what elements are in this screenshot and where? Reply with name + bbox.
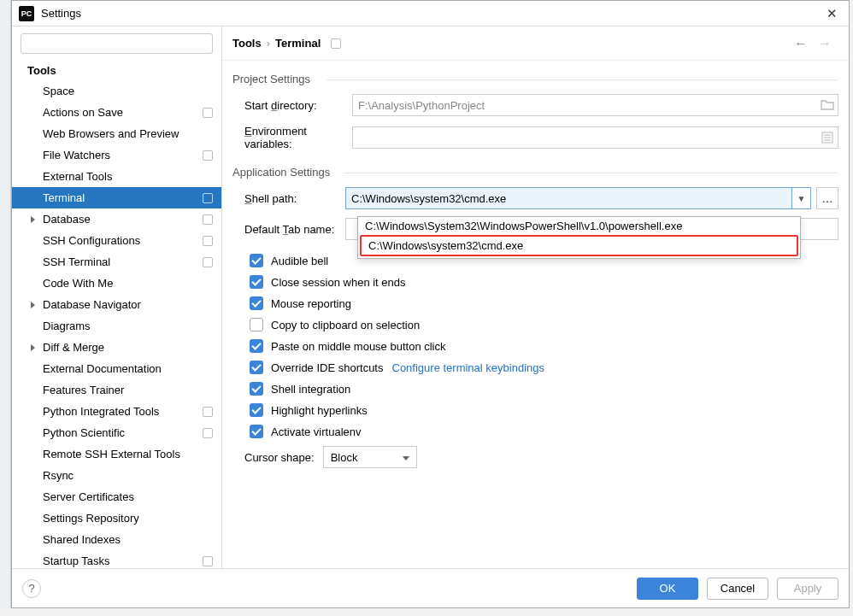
sidebar-item-diff-merge[interactable]: Diff & Merge xyxy=(12,337,221,358)
label-env-variables: Environment variables: xyxy=(232,125,352,150)
sidebar-item-python-scientific[interactable]: Python Scientific xyxy=(12,422,221,443)
content-header: Tools › Terminal ← → xyxy=(222,26,849,61)
checkbox[interactable] xyxy=(250,254,263,267)
checkbox-label[interactable]: Highlight hyperlinks xyxy=(271,404,368,417)
sidebar-item-label: Python Scientific xyxy=(43,426,125,439)
ok-button[interactable]: OK xyxy=(637,578,698,600)
nav-arrows: ← → xyxy=(794,36,832,51)
sidebar-item-label: Settings Repository xyxy=(43,512,139,525)
sidebar-item-ssh-terminal[interactable]: SSH Terminal xyxy=(12,251,221,273)
option-row: Paste on middle mouse button click xyxy=(232,339,838,353)
dialog-footer: ? OK Cancel Apply xyxy=(12,568,849,607)
checkbox[interactable] xyxy=(250,339,263,353)
shell-path-input[interactable] xyxy=(345,187,792,209)
sidebar-item-remote-ssh-external-tools[interactable]: Remote SSH External Tools xyxy=(12,443,221,465)
app-icon: PC xyxy=(19,6,34,21)
forward-button[interactable]: → xyxy=(818,36,832,51)
sidebar-item-code-with-me[interactable]: Code With Me xyxy=(12,273,221,294)
checkbox[interactable] xyxy=(250,382,263,396)
back-button[interactable]: ← xyxy=(794,36,808,51)
project-scope-flag-icon xyxy=(203,150,213,161)
checkbox-label[interactable]: Activate virtualenv xyxy=(271,425,362,438)
close-icon[interactable]: ✕ xyxy=(821,3,842,24)
sidebar-item-label: Python Integrated Tools xyxy=(43,405,159,418)
sidebar-item-label: Shared Indexes xyxy=(43,533,121,546)
label-start-directory: Start directory: xyxy=(232,99,352,112)
sidebar-item-file-watchers[interactable]: File Watchers xyxy=(12,144,221,166)
tree-heading-tools[interactable]: Tools xyxy=(12,59,221,80)
help-button[interactable]: ? xyxy=(22,579,41,598)
sidebar-item-label: Diff & Merge xyxy=(43,341,104,354)
sidebar-item-shared-indexes[interactable]: Shared Indexes xyxy=(12,529,221,550)
checkbox-label[interactable]: Copy to clipboard on selection xyxy=(271,319,420,331)
checkbox[interactable] xyxy=(250,318,263,331)
sidebar-item-web-browsers-and-preview[interactable]: Web Browsers and Preview xyxy=(12,123,221,144)
sidebar-item-label: Space xyxy=(43,85,74,97)
sidebar-item-database-navigator[interactable]: Database Navigator xyxy=(12,294,221,315)
sidebar-item-startup-tasks[interactable]: Startup Tasks xyxy=(12,550,221,568)
breadcrumb-root[interactable]: Tools xyxy=(232,37,262,50)
breadcrumb-leaf: Terminal xyxy=(275,37,321,50)
shell-path-dropdown: C:\Windows\System32\WindowsPowerShell\v1… xyxy=(357,216,801,259)
checkbox[interactable] xyxy=(250,361,263,374)
folder-icon[interactable] xyxy=(821,98,834,112)
sidebar-item-label: Features Trainer xyxy=(43,384,124,396)
sidebar-item-diagrams[interactable]: Diagrams xyxy=(12,315,221,337)
option-row: Copy to clipboard on selection xyxy=(232,318,838,331)
shell-path-dropdown-button[interactable]: ▼ xyxy=(792,187,811,209)
sidebar-item-label: Database xyxy=(43,213,91,226)
option-row: Override IDE shortcutsConfigure terminal… xyxy=(232,361,838,374)
sidebar-item-label: Web Browsers and Preview xyxy=(43,127,179,140)
sidebar-item-label: Rsync xyxy=(43,469,74,482)
sidebar-item-label: Database Navigator xyxy=(43,298,141,311)
checkbox-label[interactable]: Override IDE shortcuts xyxy=(271,361,384,374)
sidebar-item-external-documentation[interactable]: External Documentation xyxy=(12,358,221,379)
sidebar-item-label: SSH Terminal xyxy=(43,255,110,268)
sidebar-item-terminal[interactable]: Terminal xyxy=(12,187,221,208)
checkbox-label[interactable]: Audible bell xyxy=(271,255,328,267)
sidebar-item-rsync[interactable]: Rsync xyxy=(12,465,221,486)
cancel-button[interactable]: Cancel xyxy=(707,578,768,600)
dropdown-item-cmd[interactable]: C:\Windows\system32\cmd.exe xyxy=(360,235,798,256)
search-input[interactable] xyxy=(21,33,213,54)
checkbox[interactable] xyxy=(250,275,263,289)
sidebar-item-ssh-configurations[interactable]: SSH Configurations xyxy=(12,230,221,251)
sidebar-item-label: External Documentation xyxy=(43,362,162,375)
sidebar-item-label: Startup Tasks xyxy=(43,554,110,567)
sidebar-item-features-trainer[interactable]: Features Trainer xyxy=(12,379,221,401)
checkbox-label[interactable]: Paste on middle mouse button click xyxy=(271,340,446,353)
sidebar-item-label: Remote SSH External Tools xyxy=(43,448,180,461)
sidebar-item-database[interactable]: Database xyxy=(12,208,221,230)
checkbox[interactable] xyxy=(250,425,263,438)
dropdown-item-powershell[interactable]: C:\Windows\System32\WindowsPowerShell\v1… xyxy=(358,217,800,235)
checkbox[interactable] xyxy=(250,296,263,310)
cursor-shape-select[interactable]: Block xyxy=(323,446,417,468)
env-variables-input[interactable] xyxy=(352,126,838,149)
section-project-settings: Project Settings xyxy=(232,73,838,85)
apply-button[interactable]: Apply xyxy=(777,578,838,600)
start-directory-input[interactable] xyxy=(352,94,838,116)
checkbox-label[interactable]: Shell integration xyxy=(271,383,350,396)
sidebar-item-settings-repository[interactable]: Settings Repository xyxy=(12,507,221,529)
project-scope-flag-icon xyxy=(203,193,213,203)
settings-tree[interactable]: Tools SpaceActions on SaveWeb Browsers a… xyxy=(12,59,221,568)
chevron-right-icon: › xyxy=(267,37,270,50)
sidebar-item-python-integrated-tools[interactable]: Python Integrated Tools xyxy=(12,401,221,422)
sidebar-item-space[interactable]: Space xyxy=(12,80,221,102)
sidebar-item-actions-on-save[interactable]: Actions on Save xyxy=(12,102,221,123)
shell-path-browse-button[interactable]: … xyxy=(816,187,838,209)
project-scope-flag-icon xyxy=(203,257,213,267)
list-icon[interactable] xyxy=(821,131,834,144)
sidebar-item-server-certificates[interactable]: Server Certificates xyxy=(12,486,221,507)
sidebar-item-external-tools[interactable]: External Tools xyxy=(12,166,221,187)
checkbox-label[interactable]: Close session when it ends xyxy=(271,276,406,289)
sidebar-item-label: Server Certificates xyxy=(43,490,134,503)
configure-keybindings-link[interactable]: Configure terminal keybindings xyxy=(392,361,544,374)
sidebar-item-label: File Watchers xyxy=(43,149,110,161)
settings-content: Tools › Terminal ← → Project Settings St… xyxy=(222,26,849,568)
checkbox[interactable] xyxy=(250,403,263,417)
checkbox-label[interactable]: Mouse reporting xyxy=(271,297,351,310)
project-scope-flag-icon xyxy=(203,236,213,246)
project-scope-flag-icon xyxy=(203,407,213,417)
sidebar-item-label: External Tools xyxy=(43,170,112,183)
